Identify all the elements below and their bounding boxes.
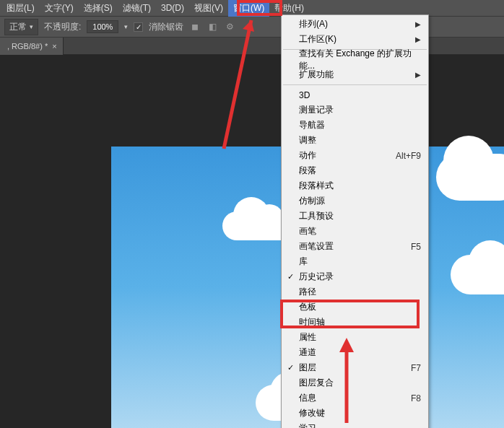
menu-item-21[interactable]: 时间轴 [282, 315, 428, 330]
caret-down-icon[interactable]: ▾ [124, 23, 128, 30]
menu-item-label: 导航器 [299, 119, 325, 131]
menu-item-14[interactable]: 工具预设 [282, 209, 428, 224]
menu-item-13[interactable]: 仿制源 [282, 193, 428, 209]
menu-item-12[interactable]: 段落样式 [282, 178, 428, 193]
opacity-input[interactable] [87, 20, 118, 33]
menu-item-10[interactable]: 动作Alt+F9 [282, 148, 428, 163]
menu-item-20[interactable]: 色板 [282, 300, 428, 315]
menu-item-label: 信息 [299, 392, 316, 404]
fill-icon[interactable]: ◧ [207, 21, 218, 32]
antialias-checkbox[interactable] [134, 22, 143, 32]
caret-down-icon: ▾ [30, 23, 33, 30]
menu-item-8[interactable]: 导航器 [282, 118, 428, 133]
close-icon[interactable]: × [52, 42, 56, 51]
menu-item-label: 扩展功能 [299, 69, 334, 81]
menu-item-28[interactable]: 学习 [282, 421, 428, 428]
menu-item-label: 排列(A) [299, 18, 328, 30]
menu-item-25[interactable]: 图层复合 [282, 375, 428, 390]
menu-item-1[interactable]: 工作区(K)▶ [282, 32, 428, 47]
menu-item-0[interactable]: 排列(A)▶ [282, 17, 428, 32]
menu-item-label: 学习 [299, 422, 316, 428]
menu-item-label: 工具预设 [299, 210, 334, 222]
menu-item-label: 属性 [299, 331, 316, 344]
menu-item-label: 修改键 [299, 407, 325, 419]
menu-item-27[interactable]: 修改键 [282, 406, 428, 421]
settings-icon[interactable]: ⚙ [224, 21, 235, 32]
menu-item-label: 库 [299, 256, 308, 268]
menu-item-18[interactable]: 历史记录 [282, 269, 428, 284]
menu-item-23[interactable]: 通道 [282, 345, 428, 360]
menu-item-label: 画笔 [299, 225, 316, 237]
chevron-right-icon: ▶ [415, 35, 421, 43]
blend-mode-value: 正常 [9, 21, 27, 33]
menu-3d[interactable]: 3D(D) [156, 1, 189, 15]
menu-item-9[interactable]: 调整 [282, 133, 428, 148]
menu-item-label: 通道 [299, 346, 316, 359]
menu-window[interactable]: 窗口(W) [228, 0, 269, 17]
menu-select[interactable]: 选择(S) [79, 0, 118, 17]
menu-item-11[interactable]: 段落 [282, 163, 428, 178]
menu-item-16[interactable]: 画笔设置F5 [282, 239, 428, 254]
menu-item-24[interactable]: 图层F7 [282, 360, 428, 375]
menu-item-label: 段落样式 [299, 180, 334, 192]
menu-type[interactable]: 文字(Y) [40, 0, 79, 17]
chevron-right-icon: ▶ [415, 71, 421, 79]
window-dropdown-menu: 排列(A)▶工作区(K)▶查找有关 Exchange 的扩展功能...扩展功能▶… [281, 14, 429, 428]
menu-item-label: 测量记录 [299, 104, 334, 116]
menu-item-label: 图层复合 [299, 377, 334, 389]
menu-item-shortcut: F8 [411, 393, 421, 403]
menu-item-15[interactable]: 画笔 [282, 224, 428, 239]
menu-item-26[interactable]: 信息F8 [282, 390, 428, 406]
cloud-shape [436, 154, 504, 201]
menu-item-label: 仿制源 [299, 195, 325, 207]
menu-item-22[interactable]: 属性 [282, 330, 428, 345]
menu-layer[interactable]: 图层(L) [1, 0, 40, 17]
menu-item-label: 画笔设置 [299, 240, 334, 253]
menu-item-4[interactable]: 扩展功能▶ [282, 67, 428, 82]
menu-item-label: 段落 [299, 165, 316, 177]
menu-item-label: 动作 [299, 149, 316, 162]
menu-item-3[interactable]: 查找有关 Exchange 的扩展功能... [282, 52, 428, 67]
menu-item-7[interactable]: 测量记录 [282, 102, 428, 118]
menu-item-label: 路径 [299, 286, 316, 298]
menu-item-shortcut: Alt+F9 [396, 151, 421, 161]
menu-item-19[interactable]: 路径 [282, 284, 428, 300]
menu-item-label: 历史记录 [299, 271, 334, 283]
blend-mode-dropdown[interactable]: 正常 ▾ [4, 19, 38, 35]
menu-filter[interactable]: 滤镜(T) [118, 0, 156, 17]
document-tab[interactable]: , RGB/8#) * × [0, 38, 64, 55]
menu-item-label: 时间轴 [299, 316, 325, 328]
tab-title: , RGB/8#) * [7, 42, 48, 51]
menu-item-label: 图层 [299, 362, 316, 374]
menu-item-label: 色板 [299, 301, 316, 313]
menu-item-label: 3D [299, 90, 310, 100]
menu-bar: 图层(L) 文字(Y) 选择(S) 滤镜(T) 3D(D) 视图(V) 窗口(W… [0, 0, 504, 16]
opacity-label: 不透明度: [44, 21, 81, 33]
menu-item-label: 调整 [299, 134, 316, 147]
menu-view[interactable]: 视图(V) [189, 0, 228, 17]
square-icon[interactable]: ◼ [189, 21, 201, 32]
chevron-right-icon: ▶ [415, 20, 421, 28]
menu-item-shortcut: F5 [411, 242, 421, 252]
menu-item-shortcut: F7 [411, 363, 421, 373]
menu-separator [283, 84, 427, 85]
menu-item-17[interactable]: 库 [282, 254, 428, 269]
menu-item-label: 工作区(K) [299, 33, 336, 45]
antialias-label: 消除锯齿 [149, 21, 183, 33]
menu-item-6[interactable]: 3D [282, 87, 428, 102]
cloud-shape [451, 255, 504, 294]
